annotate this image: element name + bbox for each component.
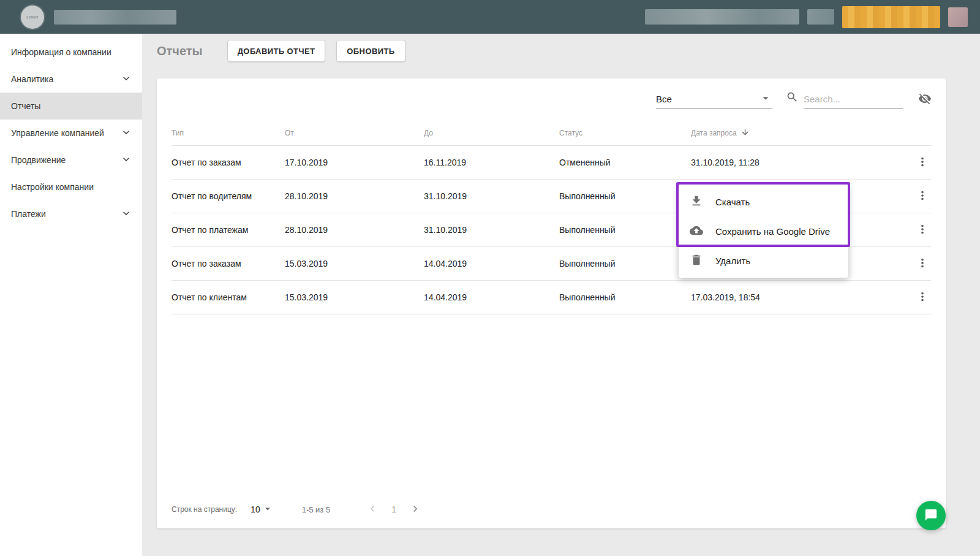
logo: LOGO <box>21 6 44 29</box>
chevron-down-icon <box>120 207 132 221</box>
previous-page-icon[interactable] <box>364 501 380 517</box>
menu-item-save-google-drive[interactable]: Сохранить на Google Drive <box>679 216 848 246</box>
refresh-button[interactable]: ОБНОВИТЬ <box>336 40 405 62</box>
current-page-number: 1 <box>390 505 398 514</box>
cloud-upload-icon <box>690 224 703 239</box>
avatar[interactable] <box>948 7 968 27</box>
search-group <box>786 90 903 109</box>
table-row[interactable]: Отчет по заказам 17.10.2019 16.11.2019 О… <box>172 146 931 180</box>
search-icon <box>786 91 799 109</box>
row-actions-kebab-icon[interactable] <box>914 188 931 205</box>
redacted-topbar-text <box>645 9 799 25</box>
sort-desc-icon <box>737 128 750 139</box>
sidebar-item-label: Управление компанией <box>11 128 104 138</box>
sidebar-item-payments[interactable]: Платежи <box>0 200 142 227</box>
table-row[interactable]: Отчет по клиентам 15.03.2019 14.04.2019 … <box>172 281 931 314</box>
chevron-down-icon <box>120 72 132 86</box>
chat-launcher-button[interactable] <box>916 501 946 530</box>
sidebar-item-company-info[interactable]: Информация о компании <box>0 39 142 66</box>
row-actions-kebab-icon[interactable] <box>914 154 931 171</box>
page-title: Отчеты <box>157 44 203 58</box>
reports-card: Все Тип От До Статус Дата запроса Отчет … <box>157 78 946 528</box>
chevron-down-icon <box>120 153 132 167</box>
sidebar-item-label: Аналитика <box>11 74 53 84</box>
redacted-topbar-text-small <box>807 9 834 25</box>
pagination-range: 1-5 из 5 <box>302 505 330 514</box>
topbar: LOGO <box>0 0 980 34</box>
column-header-date[interactable]: Дата запроса <box>691 128 907 139</box>
column-header-type: Тип <box>172 129 285 137</box>
dropdown-arrow-icon <box>260 503 274 517</box>
sidebar-item-label: Отчеты <box>11 101 40 111</box>
sidebar-item-analytics[interactable]: Аналитика <box>0 66 142 93</box>
dropdown-arrow-icon <box>759 91 772 107</box>
rows-per-page-label: Строк на страницу: <box>172 505 237 514</box>
type-filter-select[interactable]: Все <box>656 89 772 109</box>
sidebar-item-label: Настройки компании <box>11 182 94 192</box>
status-badge: Выполненный <box>559 292 691 302</box>
sidebar-item-company-management[interactable]: Управление компанией <box>0 120 142 147</box>
sidebar-item-label: Информация о компании <box>11 47 111 57</box>
column-header-from: От <box>285 129 424 137</box>
pagination: Строк на страницу: 10 1-5 из 5 1 <box>172 500 423 519</box>
menu-item-download[interactable]: Скачать <box>679 187 848 216</box>
sidebar-item-reports[interactable]: Отчеты <box>0 93 142 120</box>
visibility-off-icon[interactable] <box>918 92 932 107</box>
sidebar-item-promotion[interactable]: Продвижение <box>0 147 142 173</box>
row-actions-menu: Скачать Сохранить на Google Drive Удалит… <box>679 185 848 278</box>
download-icon <box>690 194 703 210</box>
search-input[interactable] <box>804 90 903 109</box>
menu-item-delete[interactable]: Удалить <box>679 246 848 275</box>
row-actions-kebab-icon[interactable] <box>914 255 931 272</box>
column-header-status: Статус <box>559 129 691 137</box>
add-report-button[interactable]: ДОБАВИТЬ ОТЧЕТ <box>227 40 326 62</box>
redacted-company-name <box>54 10 176 25</box>
table-header-row: Тип От До Статус Дата запроса <box>172 120 931 146</box>
row-actions-kebab-icon[interactable] <box>914 289 931 306</box>
status-badge: Отмененный <box>559 158 691 167</box>
rows-per-page-select[interactable]: 10 <box>251 503 274 517</box>
column-header-to: До <box>424 129 559 137</box>
sidebar-item-label: Платежи <box>11 209 46 219</box>
chat-bubble-icon <box>924 508 938 524</box>
redacted-balance-button[interactable] <box>842 6 940 28</box>
filter-row: Все <box>157 78 946 120</box>
chevron-down-icon <box>120 126 132 140</box>
sidebar-item-label: Продвижение <box>11 155 66 165</box>
status-badge: Выполненный <box>559 259 691 268</box>
page-header: Отчеты ДОБАВИТЬ ОТЧЕТ ОБНОВИТЬ <box>142 34 980 68</box>
status-badge: Выполненный <box>559 191 691 201</box>
sidebar: Информация о компании Аналитика Отчеты У… <box>0 34 142 556</box>
trash-icon <box>690 253 703 268</box>
status-badge: Выполненный <box>559 225 691 235</box>
sidebar-item-company-settings[interactable]: Настройки компании <box>0 173 142 200</box>
row-actions-kebab-icon[interactable] <box>914 221 931 238</box>
logo-text: LOGO <box>26 15 38 19</box>
type-filter-value: Все <box>656 94 672 104</box>
next-page-icon[interactable] <box>407 501 423 517</box>
